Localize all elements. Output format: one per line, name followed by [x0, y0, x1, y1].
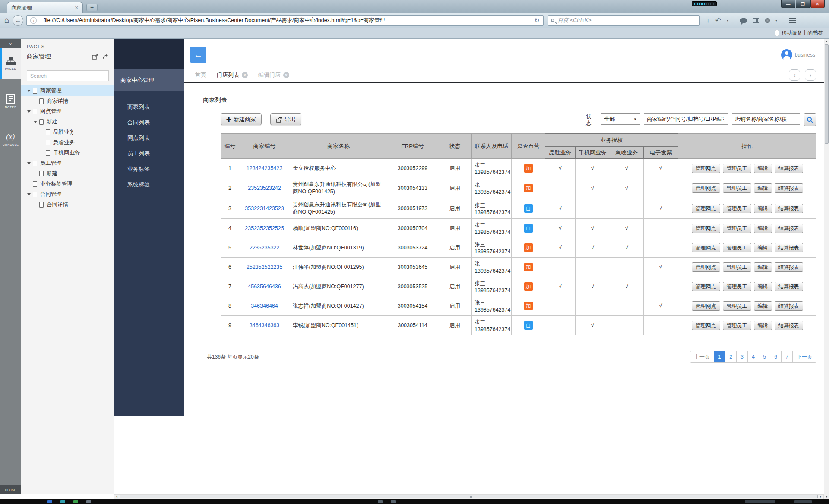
window-minimize-button[interactable]: —: [781, 0, 795, 8]
taskbar-icon[interactable]: [60, 500, 65, 503]
chat-icon[interactable]: [740, 18, 747, 23]
tree-item-商家管理[interactable]: 商家管理: [21, 85, 114, 96]
taskbar-icon[interactable]: [378, 500, 383, 503]
url-bar[interactable]: i file:///C:/Users/Administrator/Desktop…: [26, 15, 544, 26]
taskbar-icon[interactable]: [73, 500, 78, 503]
action-管理网点[interactable]: 管理网点: [692, 243, 720, 252]
strip-pages-button[interactable]: PAGES: [0, 48, 21, 79]
action-编辑[interactable]: 编辑: [754, 282, 772, 291]
action-管理员工[interactable]: 管理员工: [723, 224, 751, 233]
scroll-up-icon[interactable]: ▲: [824, 39, 829, 44]
tree-item-商家详情[interactable]: 商家详情: [21, 96, 114, 106]
pagination-prev[interactable]: 上一页: [690, 351, 714, 362]
strip-console-button[interactable]: (x) CONSOLE: [0, 124, 21, 154]
action-管理网点[interactable]: 管理网点: [692, 262, 720, 272]
action-结算报表[interactable]: 结算报表: [775, 262, 803, 272]
action-结算报表[interactable]: 结算报表: [775, 183, 803, 193]
pagination-page-7[interactable]: 7: [781, 351, 792, 362]
tree-item-员工管理[interactable]: 员工管理: [21, 158, 114, 168]
merchant-code-link[interactable]: 23523523242: [248, 185, 281, 191]
vertical-scroll-thumb[interactable]: [825, 44, 829, 144]
taskbar-icon[interactable]: [391, 500, 396, 503]
action-管理员工[interactable]: 管理员工: [723, 321, 751, 330]
tree-item-急啥业务[interactable]: 急啥业务: [21, 137, 114, 148]
action-编辑[interactable]: 编辑: [754, 262, 772, 272]
merchant-code-input[interactable]: [644, 113, 728, 125]
action-结算报表[interactable]: 结算报表: [775, 243, 803, 252]
pagination-next[interactable]: 下一页: [792, 351, 816, 362]
tree-item-业务标签管理[interactable]: 业务标签管理: [21, 179, 114, 189]
pagination-page-1[interactable]: 1: [714, 351, 725, 362]
pages-search-input[interactable]: [27, 70, 109, 81]
caret-down-icon[interactable]: [27, 90, 31, 92]
extension-caret-icon[interactable]: ▾: [775, 19, 777, 22]
action-管理员工[interactable]: 管理员工: [723, 164, 751, 173]
browser-tab[interactable]: 商家管理 ✕: [7, 2, 83, 13]
taskbar-icon[interactable]: [47, 500, 52, 503]
action-结算报表[interactable]: 结算报表: [775, 301, 803, 311]
back-button[interactable]: ←: [190, 47, 206, 63]
search-button[interactable]: [804, 113, 816, 126]
nav-item-合同列表[interactable]: 合同列表: [114, 115, 184, 130]
pagination-page-2[interactable]: 2: [725, 351, 736, 362]
tab-首页[interactable]: 首页: [190, 68, 212, 82]
tab-编辑门店[interactable]: 编辑门店✕: [253, 68, 294, 82]
caret-down-icon[interactable]: [27, 162, 31, 164]
action-管理网点[interactable]: 管理网点: [692, 301, 720, 311]
action-管理网点[interactable]: 管理网点: [692, 204, 720, 213]
bookmark-mobile[interactable]: 移动设备上的书签: [775, 29, 823, 37]
tree-item-合同详情[interactable]: 合同详情: [21, 199, 114, 210]
tree-item-新建[interactable]: 新建: [21, 117, 114, 127]
action-管理员工[interactable]: 管理员工: [723, 204, 751, 213]
merchant-code-link[interactable]: 252352522235: [247, 264, 282, 270]
taskbar-clock[interactable]: [794, 500, 812, 503]
tree-item-千机网业务[interactable]: 千机网业务: [21, 148, 114, 158]
caret-down-icon[interactable]: [34, 121, 37, 123]
action-管理网点[interactable]: 管理网点: [692, 321, 720, 330]
action-编辑[interactable]: 编辑: [754, 321, 772, 330]
action-管理员工[interactable]: 管理员工: [723, 183, 751, 193]
caret-down-icon[interactable]: [27, 110, 31, 113]
action-编辑[interactable]: 编辑: [754, 183, 772, 193]
downloads-icon[interactable]: ↓: [706, 16, 709, 24]
user-menu[interactable]: business: [781, 49, 815, 60]
new-merchant-button[interactable]: ✚ 新建商家: [221, 113, 262, 125]
export-button[interactable]: 导出: [270, 113, 301, 125]
strip-collapse-button[interactable]: ∨: [0, 39, 21, 48]
browser-back-button[interactable]: ←: [13, 15, 23, 26]
new-tab-button[interactable]: +: [86, 4, 98, 11]
pagination-page-4[interactable]: 4: [747, 351, 759, 362]
tab-scroll-right-button[interactable]: ›: [805, 69, 816, 81]
store-name-input[interactable]: [732, 113, 800, 125]
home-icon[interactable]: ⌂: [4, 16, 9, 25]
status-select[interactable]: 全部 ▼: [601, 113, 640, 125]
action-管理员工[interactable]: 管理员工: [723, 262, 751, 272]
merchant-code-link[interactable]: 123424235423: [247, 165, 282, 171]
merchant-code-link[interactable]: 45635646436: [248, 284, 281, 290]
window-maximize-button[interactable]: ❐: [796, 0, 810, 8]
pagination-page-3[interactable]: 3: [736, 351, 747, 362]
tab-scroll-left-button[interactable]: ‹: [789, 69, 800, 81]
pagination-page-5[interactable]: 5: [759, 351, 770, 362]
action-编辑[interactable]: 编辑: [754, 301, 772, 311]
windows-taskbar[interactable]: [0, 499, 829, 504]
action-管理员工[interactable]: 管理员工: [723, 282, 751, 291]
action-结算报表[interactable]: 结算报表: [775, 321, 803, 330]
merchant-code-link[interactable]: 346346464: [251, 303, 278, 309]
sidebar-panel-icon[interactable]: [753, 18, 759, 23]
browser-tab-close-icon[interactable]: ✕: [75, 5, 79, 11]
tree-item-网点管理[interactable]: 网点管理: [21, 106, 114, 117]
share-page-icon[interactable]: [102, 54, 109, 60]
tab-close-icon[interactable]: ✕: [242, 72, 248, 78]
action-编辑[interactable]: 编辑: [754, 224, 772, 233]
reload-icon[interactable]: ↻: [532, 17, 542, 24]
tab-close-icon[interactable]: ✕: [283, 72, 289, 78]
strip-close-button[interactable]: CLOSE: [0, 485, 21, 494]
nav-item-商家列表[interactable]: 商家列表: [114, 99, 184, 115]
history-undo-icon[interactable]: ↶: [715, 16, 721, 25]
open-new-window-icon[interactable]: [92, 54, 98, 60]
taskbar-icon[interactable]: [86, 500, 91, 503]
scroll-down-icon[interactable]: ▼: [824, 494, 829, 499]
nav-item-系统标签[interactable]: 系统标签: [114, 177, 184, 192]
merchant-code-link[interactable]: 3464346363: [250, 322, 280, 328]
